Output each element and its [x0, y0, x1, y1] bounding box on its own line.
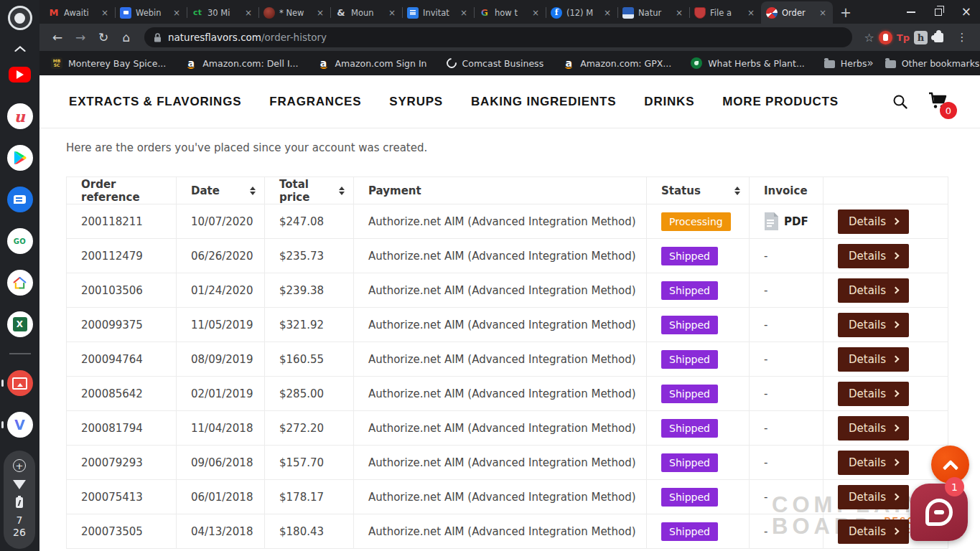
forward-button[interactable]: →: [71, 28, 90, 47]
tab-how-t[interactable]: Ghow t×: [474, 1, 546, 24]
app-excel-button[interactable]: X: [7, 311, 33, 337]
tab-awaiti[interactable]: MAwaiti×: [43, 1, 115, 24]
tab-close-icon[interactable]: ×: [674, 8, 684, 18]
excel-glyph: X: [13, 317, 27, 331]
app-gallery-button[interactable]: [7, 370, 33, 396]
tab-order[interactable]: Order×: [761, 1, 833, 24]
bookmark-amazon-com-gpx[interactable]: aAmazon.com: GPX...: [563, 57, 671, 69]
chat-widget-button[interactable]: 1: [910, 484, 968, 541]
order-row-200118211: 20011821110/07/2020$247.08Authorize.net …: [67, 204, 948, 239]
bookmark-what-herbs-plant[interactable]: What Herbs & Plant...: [691, 57, 805, 69]
header-flex: Invoice: [764, 184, 814, 197]
tab-close-icon[interactable]: ×: [387, 8, 397, 18]
home-button[interactable]: ⌂: [117, 28, 136, 47]
status-tray[interactable]: + 7 26: [4, 451, 35, 549]
new-tab-button[interactable]: +: [840, 6, 851, 19]
details-button[interactable]: Details: [838, 382, 909, 406]
tab-invitat[interactable]: Invitat×: [402, 1, 474, 24]
honey-extension-icon[interactable]: h: [914, 31, 928, 44]
cart-button[interactable]: 0: [928, 92, 948, 112]
bookmark-herbs[interactable]: Herbs: [824, 57, 867, 69]
details-button[interactable]: Details: [838, 313, 909, 337]
details-button[interactable]: Details: [838, 209, 909, 234]
app-youtube-button[interactable]: [7, 62, 33, 88]
details-button[interactable]: Details: [838, 519, 909, 544]
details-button[interactable]: Details: [838, 244, 909, 268]
tab-12-m[interactable]: f(12) M×: [546, 1, 617, 24]
clock-hour: 7: [17, 514, 23, 527]
invoice-pdf-link[interactable]: PDF: [764, 212, 816, 231]
tampermonkey-extension-icon[interactable]: Tp: [897, 32, 910, 43]
nav-fragrances[interactable]: FRAGRANCES: [269, 95, 361, 109]
bookmark-amazon-com-dell-i[interactable]: aAmazon.com: Dell I...: [185, 57, 298, 69]
tab-close-icon[interactable]: ×: [315, 8, 325, 18]
nav-more-products[interactable]: MORE PRODUCTS: [722, 95, 839, 109]
bookmark-monterey-bay-spice[interactable]: MB SCMonterey Bay Spice...: [51, 57, 166, 69]
details-button[interactable]: Details: [838, 485, 909, 509]
details-button[interactable]: Details: [838, 416, 909, 441]
invoice-cell: -: [750, 411, 823, 446]
tab-new[interactable]: * New×: [258, 1, 330, 24]
window-close-button[interactable]: ×: [961, 6, 971, 18]
nav-drinks[interactable]: DRINKS: [644, 95, 694, 109]
sort-icon[interactable]: [250, 187, 256, 195]
adblock-extension-icon[interactable]: [879, 31, 892, 44]
nav-baking-ingredients[interactable]: BAKING INGREDIENTS: [471, 95, 616, 109]
app-messages-button[interactable]: [7, 187, 33, 212]
sort-down-arrow: [339, 192, 345, 195]
details-button[interactable]: Details: [838, 347, 909, 372]
header-flex: Total price: [279, 178, 345, 204]
nav-extracts-flavorings[interactable]: EXTRACTS & FLAVORINGS: [69, 95, 241, 109]
reload-button[interactable]: ↻: [94, 28, 113, 47]
tab-title: (12) M: [566, 8, 598, 18]
tab-close-icon[interactable]: ×: [602, 8, 612, 18]
app-v-app-button[interactable]: V: [7, 412, 33, 438]
add-icon[interactable]: +: [13, 459, 26, 472]
tab-close-icon[interactable]: ×: [531, 8, 541, 18]
app-google-home-button[interactable]: [7, 270, 33, 296]
tab-strip: MAwaiti×Webin×ct30 Mi×* New×&Moun×Invita…: [39, 0, 980, 24]
back-button[interactable]: ←: [48, 28, 67, 47]
other-bookmarks-folder[interactable]: Other bookmarks: [885, 58, 980, 69]
app-play-store-button[interactable]: [7, 145, 33, 171]
actions-cell: Details: [823, 308, 948, 342]
browser-menu-icon[interactable]: ⋮: [953, 28, 971, 47]
column-header-date[interactable]: Date: [177, 177, 265, 204]
bookmark-star-icon[interactable]: ☆: [864, 31, 874, 44]
bookmark-comcast-business[interactable]: Comcast Business: [447, 57, 544, 69]
tab-title: * New: [279, 8, 311, 18]
tab-close-icon[interactable]: ×: [746, 8, 756, 18]
tab-close-icon[interactable]: ×: [243, 8, 253, 18]
extensions-puzzle-icon[interactable]: [934, 33, 943, 42]
tab-30-mi[interactable]: ct30 Mi×: [187, 1, 258, 24]
order-row-200085642: 20008564202/01/2019$285.00Authorize.net …: [67, 377, 948, 411]
details-button[interactable]: Details: [838, 451, 909, 475]
sort-icon[interactable]: [734, 187, 740, 195]
address-bar[interactable]: naturesflavors.com/order-history: [144, 27, 852, 47]
restore-button[interactable]: [935, 9, 942, 16]
shelf-expand-button[interactable]: [0, 46, 39, 52]
minimize-button[interactable]: [907, 11, 915, 13]
launcher-button[interactable]: [8, 6, 32, 30]
tab-webin[interactable]: Webin×: [115, 1, 187, 24]
tab-file-a[interactable]: File a×: [689, 1, 761, 24]
details-button[interactable]: Details: [838, 278, 909, 303]
nav-syrups[interactable]: SYRUPS: [389, 95, 443, 109]
bookmark-amazon-com-sign-in[interactable]: aAmazon.com Sign In: [318, 57, 427, 69]
tab-close-icon[interactable]: ×: [172, 8, 182, 18]
search-icon[interactable]: [892, 94, 908, 110]
invoice-empty: -: [764, 491, 767, 504]
tab-close-icon[interactable]: ×: [818, 8, 828, 18]
youtube-icon: [9, 67, 31, 83]
column-header-status[interactable]: Status: [647, 177, 750, 204]
app-udemy-button[interactable]: u: [7, 103, 33, 129]
tab-moun[interactable]: &Moun×: [330, 1, 402, 24]
column-header-total-price[interactable]: Total price: [265, 177, 354, 204]
app-go-app-button[interactable]: GO: [7, 228, 33, 254]
bookmarks-overflow-icon[interactable]: »: [867, 57, 874, 70]
sort-icon[interactable]: [339, 187, 345, 195]
tab-close-icon[interactable]: ×: [100, 8, 110, 18]
google-home-icon: [7, 270, 33, 296]
tab-close-icon[interactable]: ×: [459, 8, 469, 18]
tab-natur[interactable]: Natur×: [617, 1, 689, 24]
